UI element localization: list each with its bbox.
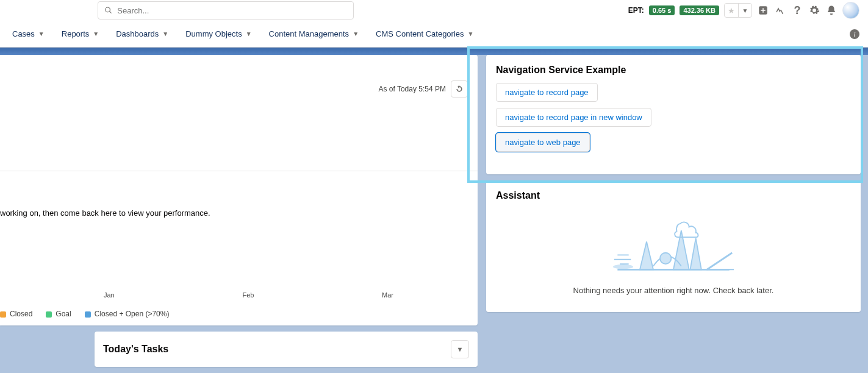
performance-card: As of Today 5:54 PM working on, then com…	[0, 55, 478, 325]
global-search[interactable]	[98, 1, 354, 20]
nav-label: CMS Content Categories	[376, 29, 464, 38]
nav-label: Cases	[12, 29, 35, 38]
nav-example-title: Navigation Service Example	[496, 65, 851, 76]
svg-point-2	[660, 253, 671, 264]
as-of-text: As of Today 5:54 PM	[378, 85, 446, 93]
chevron-down-icon: ▼	[93, 30, 99, 37]
chevron-down-icon: ▼	[353, 30, 359, 37]
refresh-icon	[455, 85, 464, 93]
nav-item-dashboards[interactable]: Dashboards▼	[109, 21, 176, 47]
assistant-empty-text: Nothing needs your attention right now. …	[496, 286, 851, 295]
nav-item-reports[interactable]: Reports▼	[54, 21, 106, 47]
nav-item-dummy-objects[interactable]: Dummy Objects▼	[178, 21, 259, 47]
nav-item-cms-content-categories[interactable]: CMS Content Categories▼	[368, 21, 481, 47]
setup-gear-icon[interactable]	[808, 4, 820, 16]
navigate-record-page-new-window-button[interactable]: navigate to record page in new window	[496, 108, 651, 127]
todays-tasks-title: Today's Tasks	[103, 344, 168, 355]
legend-item: Goal	[46, 310, 71, 318]
svg-point-1	[613, 265, 633, 269]
favorite-toggle[interactable]: ★ ▼	[724, 3, 752, 18]
axis-label: Feb	[242, 291, 254, 299]
nav-label: Reports	[62, 29, 90, 38]
tasks-menu-button[interactable]: ▼	[451, 340, 469, 358]
search-icon	[104, 6, 112, 15]
navigate-record-page-button[interactable]: navigate to record page	[496, 83, 598, 102]
salesforce-icon[interactable]	[774, 4, 786, 16]
user-avatar[interactable]	[842, 2, 859, 19]
chevron-down-icon: ▼	[38, 30, 45, 37]
ept-time-badge: 0.65 s	[649, 5, 675, 15]
ept-label: EPT:	[628, 6, 644, 15]
favorite-dropdown[interactable]: ▼	[738, 4, 751, 17]
assistant-empty-illustration	[606, 211, 741, 278]
object-nav-bar: Cases▼ Reports▼ Dashboards▼ Dummy Object…	[0, 21, 868, 48]
refresh-button[interactable]	[451, 80, 468, 98]
legend-item: Closed + Open (>70%)	[85, 310, 170, 318]
legend-item: Closed	[0, 310, 32, 318]
chart-legend: Closed Goal Closed + Open (>70%)	[0, 310, 169, 318]
help-icon[interactable]: ?	[791, 4, 803, 16]
performance-hint-text: working on, then come back here to view …	[0, 208, 210, 218]
info-icon[interactable]: i	[850, 29, 859, 39]
ept-size-badge: 432.36 KB	[680, 5, 719, 15]
assistant-title: Assistant	[496, 190, 851, 201]
axis-label: Mar	[382, 291, 393, 299]
chevron-down-icon: ▼	[246, 30, 252, 37]
axis-label: Jan	[104, 291, 115, 299]
notifications-bell-icon[interactable]	[825, 4, 838, 16]
nav-item-content-managements[interactable]: Content Managements▼	[262, 21, 366, 47]
assistant-card: Assistant Nothing needs your attention r…	[486, 180, 861, 312]
add-icon[interactable]	[757, 4, 769, 16]
navigate-web-page-button[interactable]: navigate to web page	[496, 133, 590, 152]
todays-tasks-card: Today's Tasks ▼	[95, 332, 478, 367]
star-icon: ★	[725, 4, 738, 17]
nav-item-cases[interactable]: Cases▼	[5, 21, 52, 47]
nav-label: Content Managements	[269, 29, 350, 38]
navigation-service-example-card: Navigation Service Example navigate to r…	[486, 55, 861, 174]
global-header: EPT: 0.65 s 432.36 KB ★ ▼ ?	[0, 0, 868, 21]
chevron-down-icon: ▼	[468, 30, 474, 37]
nav-label: Dummy Objects	[185, 29, 242, 38]
chart-x-axis: Jan Feb Mar	[0, 291, 467, 299]
chevron-down-icon: ▼	[162, 30, 168, 37]
brand-strip	[0, 48, 868, 55]
nav-label: Dashboards	[116, 29, 159, 38]
search-input[interactable]	[117, 6, 347, 15]
